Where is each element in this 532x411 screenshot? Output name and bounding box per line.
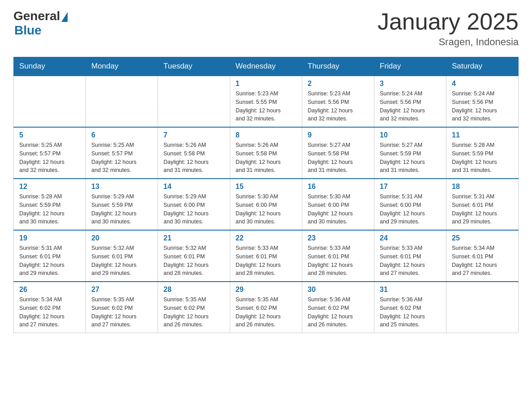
day-number: 8	[236, 131, 296, 139]
calendar-cell: 9Sunrise: 5:27 AM Sunset: 5:58 PM Daylig…	[302, 127, 374, 179]
day-number: 7	[163, 131, 224, 139]
day-number: 19	[19, 234, 80, 242]
day-number: 24	[380, 234, 441, 242]
day-info: Sunrise: 5:23 AM Sunset: 5:55 PM Dayligh…	[236, 90, 296, 123]
calendar-cell: 17Sunrise: 5:31 AM Sunset: 6:00 PM Dayli…	[374, 179, 446, 230]
day-number: 2	[308, 80, 369, 88]
calendar-cell: 19Sunrise: 5:31 AM Sunset: 6:01 PM Dayli…	[14, 230, 86, 282]
day-info: Sunrise: 5:36 AM Sunset: 6:02 PM Dayligh…	[380, 295, 441, 329]
day-info: Sunrise: 5:33 AM Sunset: 6:01 PM Dayligh…	[308, 244, 369, 278]
calendar-cell: 14Sunrise: 5:29 AM Sunset: 6:00 PM Dayli…	[158, 179, 230, 230]
calendar-cell: 1Sunrise: 5:23 AM Sunset: 5:55 PM Daylig…	[230, 76, 302, 127]
day-number: 21	[163, 234, 224, 242]
day-number: 16	[308, 183, 369, 191]
day-info: Sunrise: 5:27 AM Sunset: 5:58 PM Dayligh…	[308, 141, 369, 175]
day-info: Sunrise: 5:31 AM Sunset: 6:00 PM Dayligh…	[380, 193, 441, 226]
calendar-cell: 25Sunrise: 5:34 AM Sunset: 6:01 PM Dayli…	[446, 230, 519, 282]
day-info: Sunrise: 5:33 AM Sunset: 6:01 PM Dayligh…	[236, 244, 296, 278]
week-row-5: 26Sunrise: 5:34 AM Sunset: 6:02 PM Dayli…	[14, 282, 519, 333]
day-info: Sunrise: 5:28 AM Sunset: 5:59 PM Dayligh…	[452, 141, 513, 175]
calendar-header-saturday: Saturday	[446, 57, 519, 76]
day-number: 6	[91, 131, 152, 139]
day-number: 22	[236, 234, 296, 242]
calendar-cell: 12Sunrise: 5:28 AM Sunset: 5:59 PM Dayli…	[14, 179, 86, 230]
day-info: Sunrise: 5:31 AM Sunset: 6:01 PM Dayligh…	[19, 244, 80, 278]
day-number: 12	[19, 183, 80, 191]
day-info: Sunrise: 5:34 AM Sunset: 6:01 PM Dayligh…	[452, 244, 513, 278]
calendar-cell: 13Sunrise: 5:29 AM Sunset: 5:59 PM Dayli…	[86, 179, 158, 230]
day-number: 26	[19, 286, 80, 294]
calendar-cell: 26Sunrise: 5:34 AM Sunset: 6:02 PM Dayli…	[14, 282, 86, 333]
calendar-cell: 5Sunrise: 5:25 AM Sunset: 5:57 PM Daylig…	[14, 127, 86, 179]
day-number: 23	[308, 234, 369, 242]
calendar-cell: 29Sunrise: 5:35 AM Sunset: 6:02 PM Dayli…	[230, 282, 302, 333]
day-info: Sunrise: 5:32 AM Sunset: 6:01 PM Dayligh…	[91, 244, 152, 278]
logo-general-text: General	[13, 9, 60, 23]
day-number: 15	[236, 183, 296, 191]
week-row-4: 19Sunrise: 5:31 AM Sunset: 6:01 PM Dayli…	[14, 230, 519, 282]
logo: General Blue	[13, 9, 68, 38]
calendar-table: SundayMondayTuesdayWednesdayThursdayFrid…	[13, 57, 519, 333]
day-number: 13	[91, 183, 152, 191]
calendar-cell: 6Sunrise: 5:25 AM Sunset: 5:57 PM Daylig…	[86, 127, 158, 179]
day-info: Sunrise: 5:35 AM Sunset: 6:02 PM Dayligh…	[236, 295, 296, 329]
calendar-cell: 30Sunrise: 5:36 AM Sunset: 6:02 PM Dayli…	[302, 282, 374, 333]
day-info: Sunrise: 5:29 AM Sunset: 6:00 PM Dayligh…	[163, 193, 224, 226]
calendar-cell	[158, 76, 230, 127]
logo-triangle-icon	[61, 12, 68, 22]
calendar-cell: 10Sunrise: 5:27 AM Sunset: 5:59 PM Dayli…	[374, 127, 446, 179]
day-info: Sunrise: 5:32 AM Sunset: 6:01 PM Dayligh…	[163, 244, 224, 278]
day-number: 11	[452, 131, 513, 139]
day-info: Sunrise: 5:36 AM Sunset: 6:02 PM Dayligh…	[308, 295, 369, 329]
day-number: 20	[91, 234, 152, 242]
day-info: Sunrise: 5:24 AM Sunset: 5:56 PM Dayligh…	[452, 90, 513, 123]
calendar-cell: 21Sunrise: 5:32 AM Sunset: 6:01 PM Dayli…	[158, 230, 230, 282]
day-info: Sunrise: 5:26 AM Sunset: 5:58 PM Dayligh…	[236, 141, 296, 175]
calendar-cell: 2Sunrise: 5:23 AM Sunset: 5:56 PM Daylig…	[302, 76, 374, 127]
day-number: 25	[452, 234, 513, 242]
calendar-cell: 3Sunrise: 5:24 AM Sunset: 5:56 PM Daylig…	[374, 76, 446, 127]
calendar-cell: 11Sunrise: 5:28 AM Sunset: 5:59 PM Dayli…	[446, 127, 519, 179]
day-info: Sunrise: 5:35 AM Sunset: 6:02 PM Dayligh…	[91, 295, 152, 329]
day-number: 9	[308, 131, 369, 139]
day-info: Sunrise: 5:24 AM Sunset: 5:56 PM Dayligh…	[380, 90, 441, 123]
calendar-cell: 24Sunrise: 5:33 AM Sunset: 6:01 PM Dayli…	[374, 230, 446, 282]
day-number: 29	[236, 286, 296, 294]
calendar-cell	[446, 282, 519, 333]
day-number: 3	[380, 80, 441, 88]
location-text: Sragen, Indonesia	[378, 36, 519, 48]
day-number: 31	[380, 286, 441, 294]
week-row-1: 1Sunrise: 5:23 AM Sunset: 5:55 PM Daylig…	[14, 76, 519, 127]
day-info: Sunrise: 5:27 AM Sunset: 5:59 PM Dayligh…	[380, 141, 441, 175]
calendar-header-thursday: Thursday	[302, 57, 374, 76]
calendar-cell	[86, 76, 158, 127]
day-info: Sunrise: 5:30 AM Sunset: 6:00 PM Dayligh…	[236, 193, 296, 226]
month-title: January 2025	[378, 9, 519, 34]
day-number: 10	[380, 131, 441, 139]
week-row-2: 5Sunrise: 5:25 AM Sunset: 5:57 PM Daylig…	[14, 127, 519, 179]
day-number: 28	[163, 286, 224, 294]
day-number: 17	[380, 183, 441, 191]
day-info: Sunrise: 5:23 AM Sunset: 5:56 PM Dayligh…	[308, 90, 369, 123]
calendar-cell: 28Sunrise: 5:35 AM Sunset: 6:02 PM Dayli…	[158, 282, 230, 333]
day-number: 18	[452, 183, 513, 191]
calendar-header-monday: Monday	[86, 57, 158, 76]
day-number: 14	[163, 183, 224, 191]
calendar-cell: 7Sunrise: 5:26 AM Sunset: 5:58 PM Daylig…	[158, 127, 230, 179]
day-number: 30	[308, 286, 369, 294]
calendar-cell: 23Sunrise: 5:33 AM Sunset: 6:01 PM Dayli…	[302, 230, 374, 282]
title-section: January 2025 Sragen, Indonesia	[378, 9, 519, 48]
day-number: 5	[19, 131, 80, 139]
day-info: Sunrise: 5:25 AM Sunset: 5:57 PM Dayligh…	[19, 141, 80, 175]
day-number: 27	[91, 286, 152, 294]
day-info: Sunrise: 5:29 AM Sunset: 5:59 PM Dayligh…	[91, 193, 152, 226]
calendar-cell: 18Sunrise: 5:31 AM Sunset: 6:01 PM Dayli…	[446, 179, 519, 230]
calendar-cell: 31Sunrise: 5:36 AM Sunset: 6:02 PM Dayli…	[374, 282, 446, 333]
calendar-header-wednesday: Wednesday	[230, 57, 302, 76]
calendar-cell	[14, 76, 86, 127]
calendar-cell: 27Sunrise: 5:35 AM Sunset: 6:02 PM Dayli…	[86, 282, 158, 333]
calendar-cell: 22Sunrise: 5:33 AM Sunset: 6:01 PM Dayli…	[230, 230, 302, 282]
day-number: 1	[236, 80, 296, 88]
day-info: Sunrise: 5:28 AM Sunset: 5:59 PM Dayligh…	[19, 193, 80, 226]
day-info: Sunrise: 5:31 AM Sunset: 6:01 PM Dayligh…	[452, 193, 513, 226]
